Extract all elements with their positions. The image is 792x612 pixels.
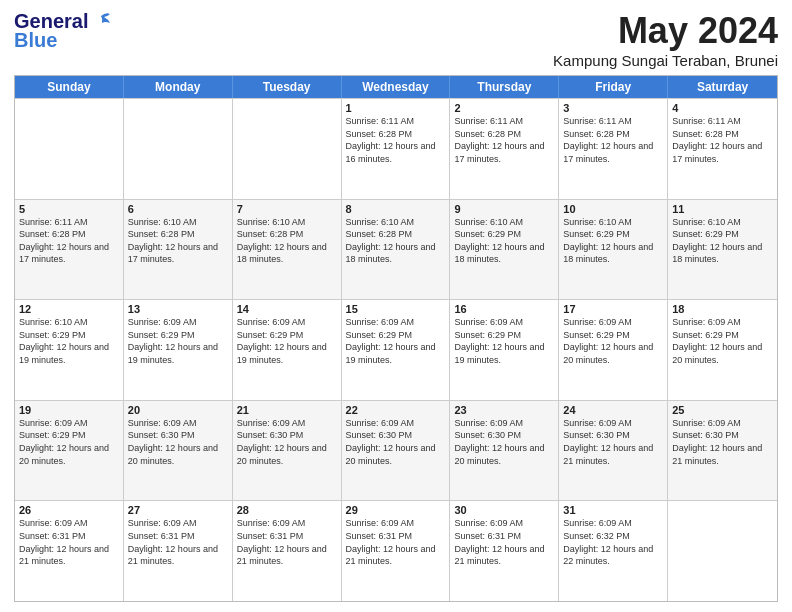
cell-info: Sunrise: 6:10 AMSunset: 6:29 PMDaylight:… <box>672 216 773 266</box>
day-number: 15 <box>346 303 446 315</box>
cal-cell: 19Sunrise: 6:09 AMSunset: 6:29 PMDayligh… <box>15 401 124 501</box>
cell-info: Sunrise: 6:09 AMSunset: 6:29 PMDaylight:… <box>19 417 119 467</box>
cell-info: Sunrise: 6:10 AMSunset: 6:29 PMDaylight:… <box>19 316 119 366</box>
cal-cell: 17Sunrise: 6:09 AMSunset: 6:29 PMDayligh… <box>559 300 668 400</box>
cal-cell: 27Sunrise: 6:09 AMSunset: 6:31 PMDayligh… <box>124 501 233 601</box>
cal-cell: 13Sunrise: 6:09 AMSunset: 6:29 PMDayligh… <box>124 300 233 400</box>
cal-header-tuesday: Tuesday <box>233 76 342 98</box>
day-number: 17 <box>563 303 663 315</box>
cell-info: Sunrise: 6:09 AMSunset: 6:31 PMDaylight:… <box>454 517 554 567</box>
day-number: 31 <box>563 504 663 516</box>
day-number: 27 <box>128 504 228 516</box>
cal-cell: 14Sunrise: 6:09 AMSunset: 6:29 PMDayligh… <box>233 300 342 400</box>
day-number: 18 <box>672 303 773 315</box>
cal-cell: 18Sunrise: 6:09 AMSunset: 6:29 PMDayligh… <box>668 300 777 400</box>
logo-blue: Blue <box>14 30 57 50</box>
cal-week-2: 12Sunrise: 6:10 AMSunset: 6:29 PMDayligh… <box>15 299 777 400</box>
title-block: May 2024 Kampung Sungai Teraban, Brunei <box>553 10 778 69</box>
day-number: 29 <box>346 504 446 516</box>
day-number: 10 <box>563 203 663 215</box>
cell-info: Sunrise: 6:10 AMSunset: 6:28 PMDaylight:… <box>237 216 337 266</box>
cell-info: Sunrise: 6:09 AMSunset: 6:29 PMDaylight:… <box>128 316 228 366</box>
cell-info: Sunrise: 6:09 AMSunset: 6:30 PMDaylight:… <box>454 417 554 467</box>
cell-info: Sunrise: 6:11 AMSunset: 6:28 PMDaylight:… <box>672 115 773 165</box>
cell-info: Sunrise: 6:09 AMSunset: 6:30 PMDaylight:… <box>128 417 228 467</box>
cal-cell: 8Sunrise: 6:10 AMSunset: 6:28 PMDaylight… <box>342 200 451 300</box>
cal-cell: 7Sunrise: 6:10 AMSunset: 6:28 PMDaylight… <box>233 200 342 300</box>
cal-cell <box>233 99 342 199</box>
cal-cell: 6Sunrise: 6:10 AMSunset: 6:28 PMDaylight… <box>124 200 233 300</box>
calendar-header-row: SundayMondayTuesdayWednesdayThursdayFrid… <box>15 76 777 98</box>
cell-info: Sunrise: 6:09 AMSunset: 6:29 PMDaylight:… <box>346 316 446 366</box>
cal-cell: 23Sunrise: 6:09 AMSunset: 6:30 PMDayligh… <box>450 401 559 501</box>
cal-cell: 16Sunrise: 6:09 AMSunset: 6:29 PMDayligh… <box>450 300 559 400</box>
day-number: 19 <box>19 404 119 416</box>
header: General Blue May 2024 Kampung Sungai Ter… <box>14 10 778 69</box>
day-number: 8 <box>346 203 446 215</box>
day-number: 25 <box>672 404 773 416</box>
day-number: 9 <box>454 203 554 215</box>
cal-week-1: 5Sunrise: 6:11 AMSunset: 6:28 PMDaylight… <box>15 199 777 300</box>
cell-info: Sunrise: 6:09 AMSunset: 6:30 PMDaylight:… <box>672 417 773 467</box>
cell-info: Sunrise: 6:09 AMSunset: 6:32 PMDaylight:… <box>563 517 663 567</box>
cal-cell: 28Sunrise: 6:09 AMSunset: 6:31 PMDayligh… <box>233 501 342 601</box>
month-title: May 2024 <box>553 10 778 52</box>
cal-cell: 21Sunrise: 6:09 AMSunset: 6:30 PMDayligh… <box>233 401 342 501</box>
day-number: 11 <box>672 203 773 215</box>
cell-info: Sunrise: 6:09 AMSunset: 6:30 PMDaylight:… <box>237 417 337 467</box>
cal-cell: 5Sunrise: 6:11 AMSunset: 6:28 PMDaylight… <box>15 200 124 300</box>
cell-info: Sunrise: 6:11 AMSunset: 6:28 PMDaylight:… <box>19 216 119 266</box>
cal-header-monday: Monday <box>124 76 233 98</box>
day-number: 16 <box>454 303 554 315</box>
cell-info: Sunrise: 6:10 AMSunset: 6:28 PMDaylight:… <box>128 216 228 266</box>
cal-cell: 4Sunrise: 6:11 AMSunset: 6:28 PMDaylight… <box>668 99 777 199</box>
cell-info: Sunrise: 6:11 AMSunset: 6:28 PMDaylight:… <box>454 115 554 165</box>
cell-info: Sunrise: 6:09 AMSunset: 6:29 PMDaylight:… <box>454 316 554 366</box>
logo: General Blue <box>14 10 112 50</box>
cell-info: Sunrise: 6:10 AMSunset: 6:29 PMDaylight:… <box>563 216 663 266</box>
cal-week-3: 19Sunrise: 6:09 AMSunset: 6:29 PMDayligh… <box>15 400 777 501</box>
cell-info: Sunrise: 6:11 AMSunset: 6:28 PMDaylight:… <box>346 115 446 165</box>
day-number: 12 <box>19 303 119 315</box>
day-number: 6 <box>128 203 228 215</box>
calendar-body: 1Sunrise: 6:11 AMSunset: 6:28 PMDaylight… <box>15 98 777 601</box>
cal-cell: 10Sunrise: 6:10 AMSunset: 6:29 PMDayligh… <box>559 200 668 300</box>
cal-cell: 30Sunrise: 6:09 AMSunset: 6:31 PMDayligh… <box>450 501 559 601</box>
cal-header-wednesday: Wednesday <box>342 76 451 98</box>
location-title: Kampung Sungai Teraban, Brunei <box>553 52 778 69</box>
page: General Blue May 2024 Kampung Sungai Ter… <box>0 0 792 612</box>
cal-cell <box>124 99 233 199</box>
cal-cell: 22Sunrise: 6:09 AMSunset: 6:30 PMDayligh… <box>342 401 451 501</box>
day-number: 7 <box>237 203 337 215</box>
cell-info: Sunrise: 6:11 AMSunset: 6:28 PMDaylight:… <box>563 115 663 165</box>
cell-info: Sunrise: 6:09 AMSunset: 6:31 PMDaylight:… <box>346 517 446 567</box>
cal-week-4: 26Sunrise: 6:09 AMSunset: 6:31 PMDayligh… <box>15 500 777 601</box>
cell-info: Sunrise: 6:09 AMSunset: 6:29 PMDaylight:… <box>237 316 337 366</box>
cal-cell: 11Sunrise: 6:10 AMSunset: 6:29 PMDayligh… <box>668 200 777 300</box>
cell-info: Sunrise: 6:09 AMSunset: 6:31 PMDaylight:… <box>19 517 119 567</box>
cal-header-saturday: Saturday <box>668 76 777 98</box>
day-number: 24 <box>563 404 663 416</box>
cell-info: Sunrise: 6:10 AMSunset: 6:29 PMDaylight:… <box>454 216 554 266</box>
cal-cell <box>668 501 777 601</box>
cal-cell: 29Sunrise: 6:09 AMSunset: 6:31 PMDayligh… <box>342 501 451 601</box>
cal-cell: 9Sunrise: 6:10 AMSunset: 6:29 PMDaylight… <box>450 200 559 300</box>
logo-bird-icon <box>90 10 112 32</box>
cal-cell: 2Sunrise: 6:11 AMSunset: 6:28 PMDaylight… <box>450 99 559 199</box>
cell-info: Sunrise: 6:10 AMSunset: 6:28 PMDaylight:… <box>346 216 446 266</box>
day-number: 13 <box>128 303 228 315</box>
calendar: SundayMondayTuesdayWednesdayThursdayFrid… <box>14 75 778 602</box>
cal-cell: 1Sunrise: 6:11 AMSunset: 6:28 PMDaylight… <box>342 99 451 199</box>
day-number: 28 <box>237 504 337 516</box>
cell-info: Sunrise: 6:09 AMSunset: 6:31 PMDaylight:… <box>237 517 337 567</box>
cell-info: Sunrise: 6:09 AMSunset: 6:30 PMDaylight:… <box>346 417 446 467</box>
cal-header-friday: Friday <box>559 76 668 98</box>
cal-cell: 20Sunrise: 6:09 AMSunset: 6:30 PMDayligh… <box>124 401 233 501</box>
cal-cell: 31Sunrise: 6:09 AMSunset: 6:32 PMDayligh… <box>559 501 668 601</box>
cal-cell: 26Sunrise: 6:09 AMSunset: 6:31 PMDayligh… <box>15 501 124 601</box>
cal-cell <box>15 99 124 199</box>
day-number: 22 <box>346 404 446 416</box>
day-number: 1 <box>346 102 446 114</box>
day-number: 30 <box>454 504 554 516</box>
cal-week-0: 1Sunrise: 6:11 AMSunset: 6:28 PMDaylight… <box>15 98 777 199</box>
